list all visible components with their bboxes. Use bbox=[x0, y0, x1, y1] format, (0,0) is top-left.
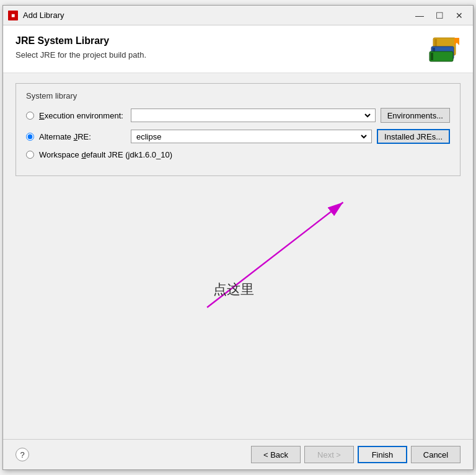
header-subtitle: Select JRE for the project build path. bbox=[15, 50, 146, 60]
annotation-arrow bbox=[15, 184, 461, 370]
minimize-button[interactable]: — bbox=[411, 8, 428, 23]
group-label: System library bbox=[26, 91, 450, 100]
system-library-group: System library Execution environment: En… bbox=[15, 83, 461, 176]
execution-env-select[interactable] bbox=[134, 109, 372, 122]
back-button[interactable]: < Back bbox=[251, 446, 301, 463]
cancel-button[interactable]: Cancel bbox=[411, 446, 461, 463]
alternate-jre-label: Alternate JRE: bbox=[39, 132, 126, 141]
svg-marker-6 bbox=[454, 38, 459, 45]
maximize-button[interactable]: ☐ bbox=[431, 8, 448, 23]
alternate-jre-select[interactable]: eclipse bbox=[134, 130, 369, 143]
annotation-area: 点这里 bbox=[15, 184, 461, 370]
header-text: JRE System Library Select JRE for the pr… bbox=[15, 35, 146, 60]
footer-left: ? bbox=[15, 448, 29, 461]
svg-rect-5 bbox=[431, 53, 433, 60]
workspace-default-label: Workspace default JRE (jdk1.6.0_10) bbox=[39, 150, 172, 159]
library-icon bbox=[428, 35, 461, 63]
execution-env-dropdown[interactable] bbox=[131, 109, 376, 122]
execution-env-label: Execution environment: bbox=[39, 111, 126, 120]
workspace-default-radio[interactable] bbox=[26, 151, 34, 159]
window-controls: — ☐ ✕ bbox=[411, 8, 468, 23]
header-title: JRE System Library bbox=[15, 35, 146, 47]
next-button[interactable]: Next > bbox=[304, 446, 354, 463]
finish-button[interactable]: Finish bbox=[358, 446, 407, 463]
header-section: JRE System Library Select JRE for the pr… bbox=[3, 25, 473, 73]
environments-button[interactable]: Environments... bbox=[381, 108, 450, 123]
alternate-jre-dropdown[interactable]: eclipse bbox=[131, 130, 372, 143]
alternate-jre-row: Alternate JRE: eclipse Installed JREs... bbox=[26, 129, 450, 144]
alternate-jre-radio[interactable] bbox=[26, 133, 34, 141]
window-title: Add Library bbox=[23, 11, 411, 20]
app-icon: ■ bbox=[8, 11, 18, 20]
execution-env-radio[interactable] bbox=[26, 112, 34, 120]
book-icon-svg bbox=[428, 35, 461, 63]
installed-jres-button[interactable]: Installed JREs... bbox=[377, 129, 450, 144]
add-library-window: ■ Add Library — ☐ ✕ JRE System Library S… bbox=[2, 5, 474, 470]
workspace-default-row: Workspace default JRE (jdk1.6.0_10) bbox=[26, 150, 450, 159]
content-area: System library Execution environment: En… bbox=[3, 73, 473, 439]
execution-env-row: Execution environment: Environments... bbox=[26, 108, 450, 123]
footer: ? < Back Next > Finish Cancel bbox=[3, 439, 473, 469]
close-button[interactable]: ✕ bbox=[451, 8, 468, 23]
annotation-text: 点这里 bbox=[213, 280, 254, 299]
footer-buttons: < Back Next > Finish Cancel bbox=[251, 446, 461, 463]
titlebar: ■ Add Library — ☐ ✕ bbox=[3, 6, 473, 25]
help-button[interactable]: ? bbox=[15, 448, 29, 461]
